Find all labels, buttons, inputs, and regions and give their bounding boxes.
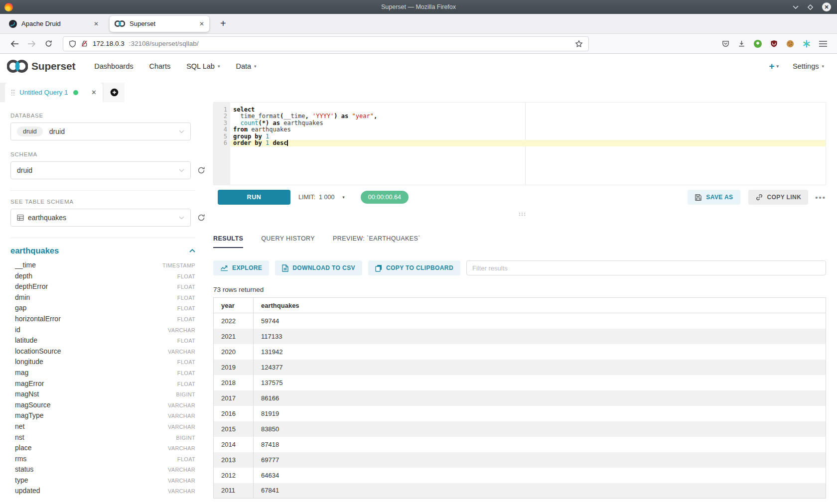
close-tab-icon[interactable]: ✕	[94, 20, 99, 27]
nav-item[interactable]: Charts	[141, 62, 178, 70]
cell-year: 2014	[214, 437, 254, 452]
results-table-body: 2022 59744 2021 117133 2020 131942	[214, 313, 826, 499]
extension-green-icon[interactable]	[754, 40, 762, 48]
maximize-button[interactable]	[807, 4, 814, 10]
column-type: FLOAT	[177, 295, 195, 301]
code-line[interactable]: time_format(__time, 'YYYY') as "year",	[230, 113, 826, 120]
chevron-down-icon	[179, 169, 184, 172]
cell-year: 2015	[214, 421, 254, 437]
menu-hamburger-icon[interactable]	[819, 41, 827, 47]
chevron-down-icon	[179, 216, 184, 220]
code-line[interactable]: group by 1	[230, 133, 826, 140]
results-tab[interactable]: RESULTS	[213, 235, 243, 248]
new-item-button[interactable]: + ▾	[769, 61, 779, 72]
results-tab[interactable]: PREVIEW: `EARTHQUAKES`	[333, 235, 420, 248]
bookmark-star-icon[interactable]	[575, 40, 583, 48]
drag-handle-icon[interactable]	[11, 89, 14, 96]
column-type: TIMESTAMP	[162, 262, 195, 268]
refresh-schema-icon[interactable]	[197, 166, 205, 174]
results-tab[interactable]: QUERY HISTORY	[261, 235, 315, 248]
brand-name[interactable]: Superset	[31, 60, 75, 72]
column-name: depth	[15, 272, 32, 280]
column-header-earthquakes[interactable]: earthquakes	[254, 298, 826, 313]
settings-menu[interactable]: Settings ▾	[793, 62, 824, 70]
sql-editor[interactable]: 123456 select time_format(__time, 'YYYY'…	[213, 102, 826, 185]
copy-link-button[interactable]: COPY LINK	[748, 190, 809, 205]
code-line[interactable]: order by 1 desc	[230, 140, 826, 146]
add-query-tab-button[interactable]	[104, 83, 125, 102]
ublock-shield-icon[interactable]	[770, 40, 778, 47]
column-header-year[interactable]: year	[214, 298, 254, 313]
column-row: __time TIMESTAMP	[10, 261, 195, 272]
column-type: FLOAT	[177, 359, 195, 365]
close-query-tab-icon[interactable]: ✕	[91, 89, 97, 96]
forward-button[interactable]	[23, 40, 40, 47]
nav-item[interactable]: Data ▾	[228, 62, 264, 70]
table-row: 2013 69777	[214, 452, 826, 468]
browser-tab-superset[interactable]: Superset ✕	[110, 16, 209, 32]
save-as-button[interactable]: SAVE AS	[688, 190, 740, 205]
table-schema-title[interactable]: earthquakes	[10, 246, 59, 255]
table-row: 2014 87418	[214, 437, 826, 452]
collapse-chevron-up-icon[interactable]	[189, 249, 195, 252]
table-row: 2018 137575	[214, 375, 826, 390]
column-type: VARCHAR	[168, 488, 195, 494]
column-type: VARCHAR	[168, 413, 195, 419]
code-line[interactable]: from earthquakes	[230, 126, 826, 133]
window-titlebar[interactable]: Superset — Mozilla Firefox ✕	[0, 0, 837, 14]
pane-splitter[interactable]	[213, 209, 826, 217]
refresh-table-icon[interactable]	[197, 214, 205, 222]
more-actions-button[interactable]: •••	[815, 193, 826, 202]
download-csv-button[interactable]: DOWNLOAD TO CSV	[275, 260, 362, 275]
code-line[interactable]: select	[230, 107, 826, 113]
downloads-icon[interactable]	[738, 40, 745, 47]
new-tab-button[interactable]: +	[215, 18, 231, 29]
filter-results-input[interactable]	[466, 260, 826, 275]
limit-value: 1 000	[319, 194, 334, 201]
minimize-button[interactable]	[793, 5, 799, 9]
browser-tab-apache-druid[interactable]: Apache Druid ✕	[4, 16, 104, 32]
pocket-icon[interactable]	[722, 40, 729, 47]
cell-year: 2017	[214, 390, 254, 406]
reload-button[interactable]	[40, 40, 57, 47]
close-button[interactable]: ✕	[822, 2, 831, 11]
run-button[interactable]: RUN	[218, 190, 290, 205]
results-tab-label: RESULTS	[213, 235, 243, 242]
column-name: mag	[15, 369, 28, 377]
url-bar[interactable]: 172.18.0.3:32108/superset/sqllab/	[63, 36, 589, 51]
editor-code[interactable]: select time_format(__time, 'YYYY') as "y…	[230, 103, 826, 185]
nav-item[interactable]: SQL Lab ▾	[178, 62, 228, 70]
explore-button[interactable]: EXPLORE	[213, 260, 269, 275]
nav-item[interactable]: Dashboards	[86, 62, 141, 70]
container-asterisk-icon[interactable]	[803, 40, 811, 48]
database-select[interactable]: druid druid	[10, 123, 191, 140]
table-row: 2012 64634	[214, 468, 826, 483]
schema-select[interactable]: druid	[10, 161, 191, 179]
status-dot	[73, 90, 78, 95]
shield-icon[interactable]	[69, 40, 76, 48]
query-tab[interactable]: Untitled Query 1 ✕	[5, 83, 103, 102]
cell-earthquakes: 81919	[254, 406, 826, 421]
plus-circle-icon	[110, 88, 119, 97]
table-select[interactable]: earthquakes	[10, 209, 191, 227]
cell-earthquakes: 83850	[254, 421, 826, 437]
code-line[interactable]: count(*) as earthquakes	[230, 120, 826, 126]
column-row: depth FLOAT	[10, 272, 195, 283]
superset-logo-icon	[7, 60, 28, 73]
explore-label: EXPLORE	[232, 264, 262, 271]
back-button[interactable]	[6, 40, 23, 47]
column-row: place VARCHAR	[10, 444, 195, 455]
column-row: updated VARCHAR	[10, 487, 195, 498]
cell-year: 2020	[214, 344, 254, 360]
insecure-lock-icon[interactable]	[81, 40, 88, 47]
cookie-icon[interactable]	[786, 40, 794, 48]
cell-year: 2016	[214, 406, 254, 421]
table-row: 2017 86166	[214, 390, 826, 406]
column-name: rms	[15, 455, 26, 463]
limit-control[interactable]: LIMIT: 1 000 ▾	[298, 194, 345, 201]
column-name: longitude	[15, 358, 43, 366]
close-tab-icon[interactable]: ✕	[199, 20, 204, 27]
column-type: FLOAT	[177, 370, 195, 376]
copy-clipboard-button[interactable]: COPY TO CLIPBOARD	[368, 260, 460, 275]
splitter-grip-icon[interactable]	[519, 213, 520, 214]
